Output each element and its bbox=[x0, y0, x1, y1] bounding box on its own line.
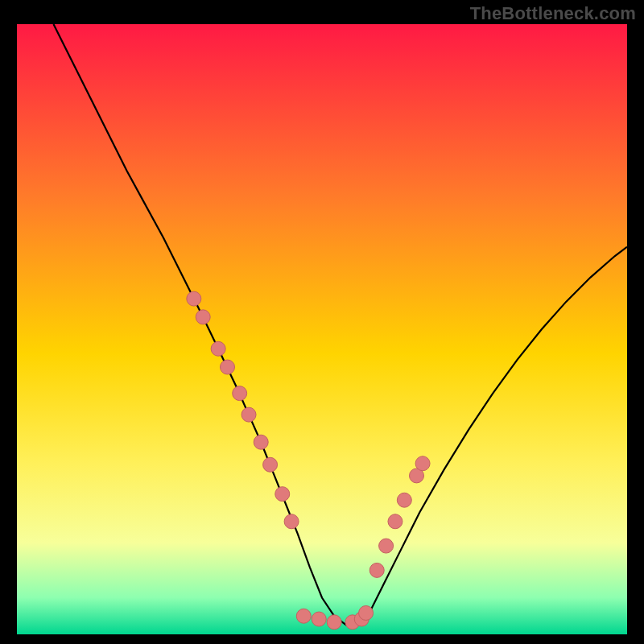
bead-marker bbox=[359, 605, 374, 620]
bead-marker bbox=[263, 457, 278, 472]
bead-marker bbox=[187, 291, 201, 306]
bead-marker bbox=[211, 341, 225, 356]
watermark-text: TheBottleneck.com bbox=[470, 3, 636, 24]
bead-marker bbox=[221, 360, 235, 374]
bead-marker bbox=[397, 493, 411, 507]
bead-marker bbox=[242, 407, 256, 422]
bead-marker bbox=[233, 386, 247, 401]
bead-marker bbox=[312, 612, 326, 626]
bead-marker bbox=[388, 514, 402, 529]
bead-marker bbox=[254, 435, 268, 449]
chart-frame: TheBottleneck.com bbox=[0, 0, 644, 644]
bead-marker bbox=[196, 310, 210, 324]
bead-marker bbox=[275, 487, 290, 502]
bead-marker bbox=[296, 609, 311, 623]
bead-marker bbox=[415, 456, 430, 471]
plot-area bbox=[17, 24, 627, 634]
bead-marker bbox=[369, 563, 384, 577]
bead-marker bbox=[379, 539, 394, 553]
chart-svg bbox=[17, 24, 627, 634]
bead-marker bbox=[327, 615, 341, 630]
bead-marker bbox=[284, 514, 299, 529]
gradient-background bbox=[17, 24, 627, 634]
